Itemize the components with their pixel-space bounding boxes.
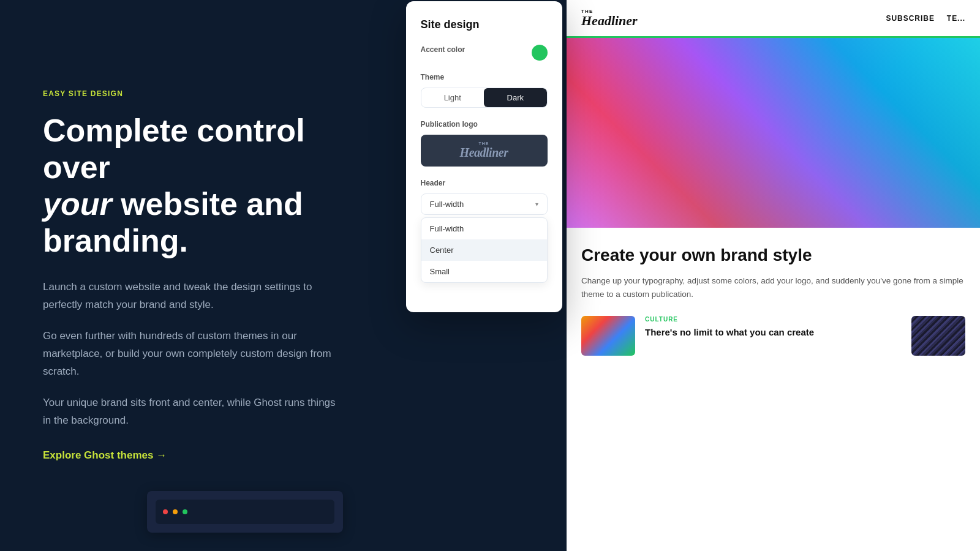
modal-title: Site design — [421, 18, 548, 31]
bottom-card — [147, 491, 343, 533]
theme-dark-button[interactable]: Dark — [484, 88, 547, 107]
culture-row: CULTURE There's no limit to what you can… — [581, 316, 965, 356]
theme-label: Theme — [421, 73, 548, 81]
pub-logo-label: Publication logo — [421, 120, 548, 129]
header-label: Header — [421, 179, 548, 187]
culture-thumbnail — [581, 316, 635, 356]
nav-subscribe[interactable]: SUBSCRIBE — [886, 14, 935, 23]
heading-italic: your — [43, 186, 112, 222]
dropdown-item-center[interactable]: Center — [421, 239, 547, 261]
window-dot-red — [163, 509, 168, 514]
right-panel: THE Headliner SUBSCRIBE TE... Create you… — [567, 0, 980, 551]
body-para-3: Your unique brand sits front and center,… — [43, 394, 337, 430]
culture-title: There's no limit to what you can create — [645, 326, 902, 339]
easy-label: Easy Site Design — [43, 89, 358, 98]
bottom-card-inner — [156, 500, 334, 524]
nav-links: SUBSCRIBE TE... — [886, 14, 965, 23]
site-logo-name: Headliner — [581, 14, 638, 28]
body-para-2: Go even further with hundreds of custom … — [43, 328, 337, 381]
accent-color-label: Accent color — [421, 45, 466, 54]
brand-desc: Change up your typography, adjust some c… — [581, 274, 965, 302]
culture-tag: CULTURE — [645, 316, 902, 323]
content-area: Create your own brand style Change up yo… — [567, 228, 980, 373]
thumb-colorful-image — [581, 316, 635, 356]
hero-image-overlay — [567, 38, 980, 228]
right-thumbnail — [911, 316, 965, 356]
nav-tech[interactable]: TE... — [947, 14, 965, 23]
theme-light-button[interactable]: Light — [421, 88, 484, 107]
dropdown-item-full-width[interactable]: Full-width — [421, 218, 547, 239]
site-header: THE Headliner SUBSCRIBE TE... — [567, 0, 980, 36]
theme-section: Theme Light Dark — [421, 73, 548, 108]
heading-line1: Complete control over — [43, 113, 305, 185]
hero-image — [567, 38, 980, 228]
heading-line2: website and — [112, 186, 303, 222]
site-logo: THE Headliner — [581, 9, 638, 28]
accent-color-picker[interactable] — [532, 45, 548, 61]
logo-preview[interactable]: THE Headliner — [421, 135, 548, 167]
logo-the-text: THE — [460, 141, 508, 146]
heading-line3: branding. — [43, 223, 188, 258]
explore-link[interactable]: Explore Ghost themes → — [43, 449, 358, 462]
modal-overlay: Site design Accent color Theme Light Dar… — [401, 0, 567, 551]
header-section: Header Full-width ▾ Full-width Center Sm… — [421, 179, 548, 283]
header-dropdown-list: Full-width Center Small — [421, 217, 548, 283]
window-dot-yellow — [173, 509, 178, 514]
culture-content: CULTURE There's no limit to what you can… — [645, 316, 902, 339]
chevron-down-icon: ▾ — [535, 201, 538, 208]
logo-name-text: Headliner — [460, 146, 508, 159]
dropdown-item-small[interactable]: Small — [421, 261, 547, 282]
brand-heading: Create your own brand style — [581, 245, 965, 266]
logo-text-block: THE Headliner — [460, 141, 508, 160]
accent-color-row: Accent color — [421, 45, 548, 61]
header-selected-value: Full-width — [430, 200, 464, 209]
header-select[interactable]: Full-width ▾ — [421, 193, 548, 215]
theme-toggle: Light Dark — [421, 88, 548, 108]
publication-logo-section: Publication logo THE Headliner — [421, 120, 548, 167]
body-para-1: Launch a custom website and tweak the de… — [43, 279, 337, 314]
main-heading: Complete control over your website and b… — [43, 113, 358, 259]
site-design-modal: Site design Accent color Theme Light Dar… — [406, 1, 562, 312]
left-panel: Easy Site Design Complete control over y… — [0, 0, 401, 551]
bottom-hint — [147, 491, 343, 533]
thumb-stripes-image — [911, 316, 965, 356]
window-dot-green — [183, 509, 187, 514]
